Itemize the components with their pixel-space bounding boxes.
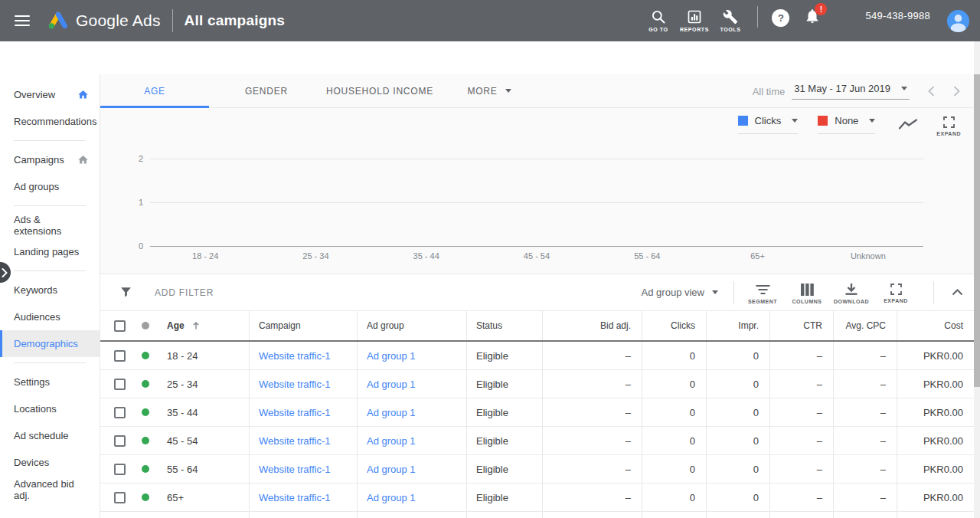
cell-avg-cpc: –	[833, 370, 897, 398]
header-campaign-column[interactable]: Campaign	[249, 311, 357, 340]
header-avg-cpc-column[interactable]: Avg. CPC	[833, 311, 897, 340]
tab-gender[interactable]: GENDER	[209, 74, 324, 107]
campaign-link[interactable]: Website traffic-1	[259, 350, 330, 362]
sidebar-item-overview[interactable]: Overview	[0, 81, 100, 108]
sidebar-item-ad-schedule[interactable]: Ad schedule	[0, 422, 100, 449]
header-status-column[interactable]: Status	[466, 311, 542, 340]
row-checkbox[interactable]	[114, 435, 126, 447]
sidebar-item-locations[interactable]: Locations	[0, 395, 100, 422]
sidebar-item-ads-extensions[interactable]: Ads & extensions	[0, 211, 100, 238]
status-dot	[142, 493, 149, 501]
menu-icon[interactable]	[15, 15, 30, 26]
chart-expand-button[interactable]: EXPAND	[936, 116, 961, 136]
table-expand-button[interactable]: EXPAND	[874, 281, 918, 303]
cell-avg-cpc: –	[833, 484, 897, 511]
campaign-link[interactable]: Website traffic-1	[259, 492, 330, 503]
columns-icon	[801, 284, 814, 296]
tab-age[interactable]: AGE	[100, 74, 209, 107]
avatar[interactable]	[947, 10, 969, 32]
age-data-table: Age Campaign Ad group Status Bid adj. Cl…	[100, 311, 974, 518]
tab-household-income[interactable]: HOUSEHOLD INCOME	[324, 74, 436, 107]
y-axis-tick-label: 1	[114, 198, 143, 207]
sidebar-item-advanced-bid-adj[interactable]: Advanced bid adj.	[0, 476, 100, 503]
cell-clicks: 0	[642, 370, 706, 398]
ad-group-link[interactable]: Ad group 1	[367, 464, 416, 475]
ad-group-link[interactable]: Ad group 1	[367, 492, 416, 503]
row-checkbox[interactable]	[114, 464, 126, 475]
filter-toolbar: ADD FILTER Ad group view SEGMENT	[100, 274, 974, 311]
sidebar-item-label: Overview	[14, 89, 55, 100]
secondary-metric-select[interactable]: None	[818, 115, 875, 134]
tools-button[interactable]: TOOLS	[712, 9, 748, 32]
sidebar-item-campaigns[interactable]: Campaigns	[0, 146, 100, 173]
header-ctr-column[interactable]: CTR	[769, 311, 833, 340]
ad-group-link[interactable]: Ad group 1	[367, 435, 416, 447]
cell-avg-cpc: –	[833, 342, 897, 369]
ad-group-link[interactable]: Ad group 1	[367, 350, 416, 362]
header-age-column[interactable]: Age	[100, 311, 249, 340]
cell-impr: 0	[706, 427, 769, 454]
segment-button[interactable]: SEGMENT	[740, 281, 785, 304]
row-checkbox[interactable]	[114, 350, 126, 362]
sidebar-item-label: Ad schedule	[14, 430, 69, 441]
cell-status: Eligible	[466, 370, 542, 398]
date-range-picker: All time 31 May - 17 Jun 2019	[753, 74, 960, 108]
notifications-button[interactable]: !	[804, 8, 821, 28]
header-ad-group-column[interactable]: Ad group	[357, 311, 466, 340]
ad-group-link[interactable]: Ad group 1	[367, 379, 416, 390]
row-checkbox[interactable]	[114, 492, 126, 503]
header-clicks-column[interactable]: Clicks	[642, 311, 706, 340]
campaign-link[interactable]: Website traffic-1	[259, 435, 330, 447]
collapse-panel-button[interactable]	[942, 289, 972, 296]
sidebar-item-audiences[interactable]: Audiences	[0, 303, 100, 330]
sidebar-item-recommendations[interactable]: Recommendations	[0, 108, 100, 135]
date-prev-button[interactable]	[928, 86, 935, 97]
date-range-value[interactable]: 31 May - 17 Jun 2019	[792, 83, 910, 100]
cell-age: 18 - 24	[100, 342, 249, 369]
status-dot	[142, 352, 149, 359]
cell-cost: PKR0.00	[897, 455, 974, 483]
sidebar-item-demographics[interactable]: Demographics	[0, 330, 100, 357]
sidebar-item-ad-groups[interactable]: Ad groups	[0, 173, 100, 200]
row-checkbox[interactable]	[114, 379, 126, 390]
go-to-button[interactable]: GO TO	[640, 9, 676, 32]
google-ads-logo[interactable]: Google Ads	[47, 11, 161, 31]
reports-button[interactable]: REPORTS	[676, 9, 712, 32]
add-filter-button[interactable]: ADD FILTER	[155, 287, 214, 298]
metric-color-swatch	[738, 116, 748, 126]
campaign-link[interactable]: Website traffic-1	[259, 407, 330, 418]
sidebar-item-landing-pages[interactable]: Landing pages	[0, 238, 100, 265]
sidebar-item-keywords[interactable]: Keywords	[0, 277, 100, 303]
ad-group-view-select[interactable]: Ad group view	[642, 287, 718, 298]
x-axis-tick-label: 65+	[702, 251, 812, 261]
columns-button[interactable]: COLUMNS	[785, 281, 829, 304]
table-header-row: Age Campaign Ad group Status Bid adj. Cl…	[100, 311, 974, 342]
sidebar-item-devices[interactable]: Devices	[0, 449, 100, 476]
scrollbar-thumb[interactable]	[974, 74, 980, 387]
campaign-link[interactable]: Website traffic-1	[259, 379, 330, 390]
date-range-preset: All time	[753, 86, 786, 97]
help-button[interactable]: ?	[772, 9, 789, 27]
x-axis-tick-label: 25 - 34	[260, 251, 371, 261]
cell-campaign: Website traffic-1	[249, 398, 357, 426]
select-all-checkbox[interactable]	[114, 320, 126, 332]
campaign-link[interactable]: Website traffic-1	[259, 464, 330, 475]
sidebar-item-settings[interactable]: Settings	[0, 369, 100, 395]
ad-group-link[interactable]: Ad group 1	[367, 407, 416, 418]
header-cost-column[interactable]: Cost	[897, 311, 974, 340]
tab-more[interactable]: MORE	[436, 74, 543, 107]
row-checkbox[interactable]	[114, 407, 126, 418]
cell-ctr: –	[769, 427, 833, 454]
download-icon	[845, 284, 858, 296]
home-icon	[77, 89, 89, 100]
status-dot	[142, 465, 149, 473]
filter-funnel-icon[interactable]	[119, 286, 132, 299]
date-next-button[interactable]	[953, 86, 960, 97]
primary-metric-select[interactable]: Clicks	[738, 115, 799, 134]
chart-type-button[interactable]	[898, 118, 918, 134]
download-button[interactable]: DOWNLOAD	[829, 281, 874, 304]
header-bid-adj-column[interactable]: Bid adj.	[542, 311, 642, 340]
segment-icon	[756, 284, 770, 296]
vertical-scrollbar	[974, 41, 980, 518]
header-impr-column[interactable]: Impr.	[706, 311, 769, 340]
